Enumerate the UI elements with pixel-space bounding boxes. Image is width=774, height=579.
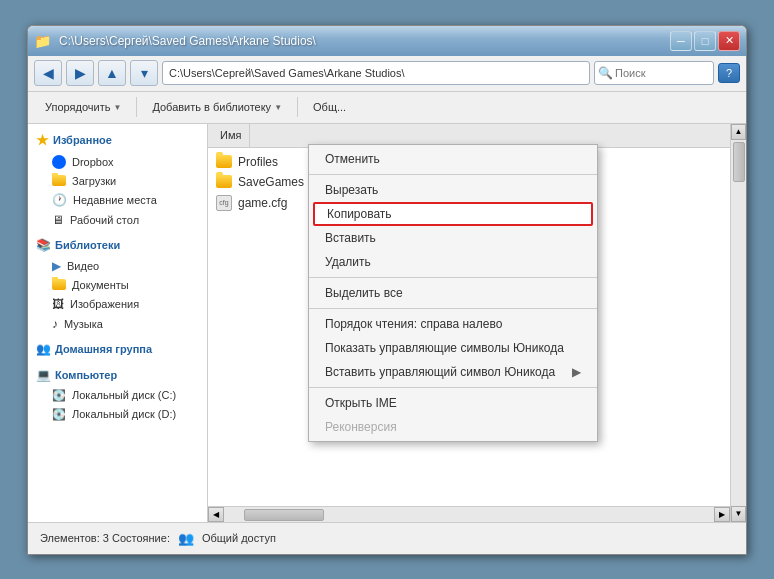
sidebar-item-docs[interactable]: Документы	[28, 276, 207, 294]
share-label: Общ...	[313, 101, 346, 113]
ctx-rtl-label: Порядок чтения: справа налево	[325, 317, 502, 331]
ctx-item-cancel[interactable]: Отменить	[309, 147, 597, 171]
ctx-item-cut[interactable]: Вырезать	[309, 178, 597, 202]
favorites-header[interactable]: ★ Избранное	[28, 128, 207, 152]
music-label: Музыка	[64, 318, 103, 330]
ctx-item-rtl[interactable]: Порядок чтения: справа налево	[309, 312, 597, 336]
recent-label: Недавние места	[73, 194, 157, 206]
libraries-label: Библиотеки	[55, 239, 120, 251]
ctx-select-all-label: Выделить все	[325, 286, 403, 300]
scroll-thumb[interactable]	[244, 509, 324, 521]
homegroup-label: Домашняя группа	[55, 343, 152, 355]
ctx-reconversion-label: Реконверсия	[325, 420, 397, 434]
libraries-header[interactable]: 📚 Библиотеки	[28, 234, 207, 256]
sidebar-item-music[interactable]: ♪ Музыка	[28, 314, 207, 334]
images-label: Изображения	[70, 298, 139, 310]
ctx-insert-unicode-label: Вставить управляющий символ Юникода	[325, 365, 555, 379]
recent-button[interactable]: ▾	[130, 60, 158, 86]
homegroup-icon: 👥	[36, 342, 51, 356]
ctx-cancel-label: Отменить	[325, 152, 380, 166]
cfg-file-icon: cfg	[216, 195, 232, 211]
dropbox-icon	[52, 155, 66, 169]
explorer-window: 📁 C:\Users\Сергей\Saved Games\Arkane Stu…	[27, 25, 747, 555]
ctx-item-show-unicode[interactable]: Показать управляющие символы Юникода	[309, 336, 597, 360]
gamecfg-name: game.cfg	[238, 196, 287, 210]
name-column-header[interactable]: Имя	[212, 124, 250, 147]
scroll-left-button[interactable]: ◀	[208, 507, 224, 522]
scroll-track-v[interactable]	[731, 140, 746, 506]
toolbar-separator-2	[297, 97, 298, 117]
file-area: Имя Profiles SaveGames cfg game.cfg	[208, 124, 730, 522]
scroll-track[interactable]	[224, 507, 714, 522]
add-library-button[interactable]: Добавить в библиотеку ▼	[143, 94, 291, 120]
ctx-item-delete[interactable]: Удалить	[309, 250, 597, 274]
ctx-item-open-ime[interactable]: Открыть IME	[309, 391, 597, 415]
close-button[interactable]: ✕	[718, 31, 740, 51]
toolbar: Упорядочить ▼ Добавить в библиотеку ▼ Об…	[28, 92, 746, 124]
scroll-up-button[interactable]: ▲	[731, 124, 746, 140]
ctx-delete-label: Удалить	[325, 255, 371, 269]
sidebar-item-drive-d[interactable]: 💽 Локальный диск (D:)	[28, 405, 207, 424]
context-menu: Отменить Вырезать Копировать Вставить Уд…	[308, 144, 598, 442]
sidebar-item-recent[interactable]: 🕐 Недавние места	[28, 190, 207, 210]
homegroup-header[interactable]: 👥 Домашняя группа	[28, 338, 207, 360]
favorites-label: Избранное	[53, 134, 112, 146]
homegroup-section: 👥 Домашняя группа	[28, 338, 207, 360]
window-title: C:\Users\Сергей\Saved Games\Arkane Studi…	[59, 34, 316, 48]
sidebar-item-video[interactable]: ▶ Видео	[28, 256, 207, 276]
profiles-folder-icon	[216, 155, 232, 168]
ctx-item-paste[interactable]: Вставить	[309, 226, 597, 250]
vertical-scrollbar[interactable]: ▲ ▼	[730, 124, 746, 522]
computer-header[interactable]: 💻 Компьютер	[28, 364, 207, 386]
ctx-item-insert-unicode[interactable]: Вставить управляющий символ Юникода ▶	[309, 360, 597, 384]
maximize-button[interactable]: □	[694, 31, 716, 51]
ctx-open-ime-label: Открыть IME	[325, 396, 397, 410]
ctx-arrow-icon: ▶	[572, 365, 581, 379]
organize-label: Упорядочить	[45, 101, 110, 113]
horizontal-scrollbar[interactable]: ◀ ▶	[208, 506, 730, 522]
scroll-thumb-v[interactable]	[733, 142, 745, 182]
sidebar-item-downloads[interactable]: Загрузки	[28, 172, 207, 190]
computer-section: 💻 Компьютер 💽 Локальный диск (C:) 💽 Лока…	[28, 364, 207, 424]
ctx-paste-label: Вставить	[325, 231, 376, 245]
search-input[interactable]	[594, 61, 714, 85]
title-bar-buttons: ─ □ ✕	[670, 31, 740, 51]
sidebar-item-drive-c[interactable]: 💽 Локальный диск (C:)	[28, 386, 207, 405]
scroll-right-button[interactable]: ▶	[714, 507, 730, 522]
ctx-copy-label: Копировать	[327, 207, 392, 221]
ctx-sep-1	[309, 174, 597, 175]
ctx-item-reconversion: Реконверсия	[309, 415, 597, 439]
toolbar-separator-1	[136, 97, 137, 117]
organize-button[interactable]: Упорядочить ▼	[36, 94, 130, 120]
share-button[interactable]: Общ...	[304, 94, 355, 120]
recent-icon: 🕐	[52, 193, 67, 207]
music-icon: ♪	[52, 317, 58, 331]
minimize-button[interactable]: ─	[670, 31, 692, 51]
ctx-sep-3	[309, 308, 597, 309]
savegames-name: SaveGames	[238, 175, 304, 189]
ctx-item-copy[interactable]: Копировать	[313, 202, 593, 226]
help-button[interactable]: ?	[718, 63, 740, 83]
forward-button[interactable]: ▶	[66, 60, 94, 86]
add-library-arrow: ▼	[274, 103, 282, 112]
ctx-item-select-all[interactable]: Выделить все	[309, 281, 597, 305]
libraries-icon: 📚	[36, 238, 51, 252]
sidebar-item-images[interactable]: 🖼 Изображения	[28, 294, 207, 314]
sidebar-item-desktop[interactable]: 🖥 Рабочий стол	[28, 210, 207, 230]
sidebar: ★ Избранное Dropbox Загрузки 🕐 Недавние …	[28, 124, 208, 522]
drive-d-icon: 💽	[52, 408, 66, 421]
dropbox-label: Dropbox	[72, 156, 114, 168]
sidebar-item-dropbox[interactable]: Dropbox	[28, 152, 207, 172]
organize-arrow: ▼	[113, 103, 121, 112]
back-button[interactable]: ◀	[34, 60, 62, 86]
ctx-sep-4	[309, 387, 597, 388]
computer-icon: 💻	[36, 368, 51, 382]
status-sharing: Общий доступ	[202, 532, 276, 544]
up-button[interactable]: ▲	[98, 60, 126, 86]
scroll-down-button[interactable]: ▼	[731, 506, 746, 522]
add-library-label: Добавить в библиотеку	[152, 101, 271, 113]
images-icon: 🖼	[52, 297, 64, 311]
folder-title-icon: 📁	[34, 33, 51, 49]
address-input[interactable]	[162, 61, 590, 85]
downloads-label: Загрузки	[72, 175, 116, 187]
